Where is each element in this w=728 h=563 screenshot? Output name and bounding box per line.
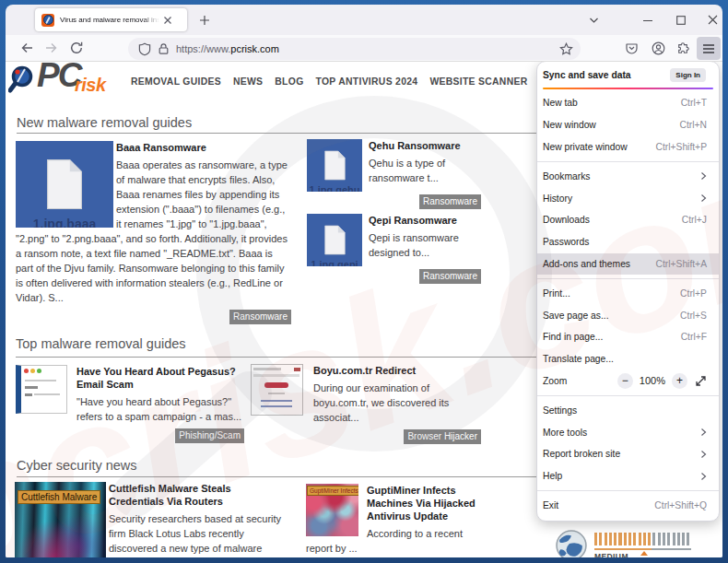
threat-level-label: MEDIUM <box>594 552 628 557</box>
article-pegasus: Have You Heard About Pegasus? Email Scam… <box>16 365 250 443</box>
menu-item-new-window[interactable]: New windowCtrl+N <box>537 114 719 136</box>
tracking-shield-icon[interactable] <box>138 42 151 56</box>
menu-separator <box>537 278 719 279</box>
menu-item-new-private-window[interactable]: New private windowCtrl+Shift+P <box>537 136 719 158</box>
back-button[interactable] <box>15 36 39 60</box>
logo-text-risk: risk <box>75 75 106 96</box>
nav-website-scanner[interactable]: WEBSITE SCANNER <box>429 76 527 87</box>
article-baaa-thumbnail[interactable]: 1.jpg.baaa <box>16 141 113 228</box>
page-content: PC risk REMOVAL GUIDES NEWS BLOG TOP ANT… <box>6 62 722 557</box>
pcrisk-favicon-icon <box>41 14 54 27</box>
article-qehu: 1.jpg.qehu Qehu Ransomware Qehu is a typ… <box>307 139 481 209</box>
article-boyu: Boyu.com.tr Redirect During our examinat… <box>251 364 481 444</box>
zoom-value[interactable]: 100% <box>640 375 665 386</box>
menu-item-bookmarks[interactable]: Bookmarks <box>537 165 719 187</box>
tab-bar: Virus and malware removal inst <box>6 5 722 35</box>
reload-button[interactable] <box>65 36 88 60</box>
submenu-chevron-icon <box>700 428 707 437</box>
article-qepi-thumbnail[interactable]: 1.jpg.qepi <box>307 214 362 266</box>
bookmark-star-icon[interactable] <box>559 42 573 56</box>
app-menu-button[interactable] <box>697 37 721 60</box>
article-baaa: 1.jpg.baaa Baaa Ransomware Baaa operates… <box>16 141 291 324</box>
menu-item-report-broken-site[interactable]: Report broken site <box>537 443 719 465</box>
thumb-caption: 1.jpg.qehu <box>307 184 362 192</box>
menu-sync-row[interactable]: Sync and save data Sign In <box>537 65 719 85</box>
article-cuttlefish-thumbnail[interactable]: Cuttlefish Malware <box>15 482 106 557</box>
extensions-puzzle-icon[interactable] <box>672 36 696 60</box>
new-tab-button[interactable] <box>194 12 216 29</box>
menu-item-translate-page[interactable]: Translate page... <box>537 348 719 370</box>
nav-removal-guides[interactable]: REMOVAL GUIDES <box>131 76 221 87</box>
account-icon[interactable] <box>646 36 670 60</box>
zoom-out-button[interactable]: − <box>617 373 633 389</box>
browser-tab[interactable]: Virus and malware removal inst <box>35 8 187 31</box>
browser-window: Virus and malware removal inst <box>6 5 722 557</box>
thumb-caption: 1.jpg.qepi <box>307 259 362 266</box>
section-news-title: Cyber security news <box>17 458 137 473</box>
close-button[interactable] <box>702 5 722 35</box>
article-qehu-thumbnail[interactable]: 1.jpg.qehu <box>307 139 362 192</box>
nav-top-antivirus[interactable]: TOP ANTIVIRUS 2024 <box>316 76 418 87</box>
tab-close-icon[interactable] <box>163 16 172 25</box>
sign-in-button[interactable]: Sign In <box>670 68 706 82</box>
article-pegasus-tag[interactable]: Phishing/Scam <box>175 428 244 443</box>
menu-item-addons-themes[interactable]: Add-ons and themesCtrl+Shift+A <box>537 253 719 276</box>
pocket-icon[interactable] <box>619 36 643 60</box>
menu-separator <box>537 161 719 162</box>
menu-item-settings[interactable]: Settings <box>537 399 719 421</box>
minimize-button[interactable] <box>638 5 658 35</box>
pcrisk-logo[interactable]: PC risk <box>8 65 128 96</box>
submenu-chevron-icon <box>700 472 707 481</box>
zoom-in-button[interactable]: + <box>672 373 687 389</box>
menu-item-save-page-as[interactable]: Save page as...Ctrl+S <box>537 304 719 326</box>
menu-item-downloads[interactable]: DownloadsCtrl+J <box>537 209 719 231</box>
maximize-button[interactable] <box>671 5 691 35</box>
menu-item-more-tools[interactable]: More tools <box>537 421 719 443</box>
thumb-label: Cuttlefish Malware <box>18 490 100 504</box>
article-pegasus-thumbnail[interactable] <box>16 365 67 414</box>
nav-news[interactable]: NEWS <box>233 76 263 87</box>
nav-toolbar: https://www.pcrisk.com <box>6 35 722 62</box>
menu-item-print[interactable]: Print...Ctrl+P <box>537 282 719 304</box>
menu-item-exit[interactable]: ExitCtrl+Shift+Q <box>537 495 719 517</box>
tab-title: Virus and malware removal inst <box>60 16 161 24</box>
menu-item-find-in-page[interactable]: Find in page...Ctrl+F <box>537 326 719 348</box>
site-nav: REMOVAL GUIDES NEWS BLOG TOP ANTIVIRUS 2… <box>131 76 528 87</box>
threat-meter-bars <box>594 533 689 545</box>
threat-meter-marker <box>640 551 648 556</box>
forward-button[interactable] <box>39 36 63 60</box>
desktop-frame: Virus and malware removal inst <box>0 0 728 563</box>
article-baaa-tag[interactable]: Ransomware <box>229 310 291 324</box>
url-text[interactable]: https://www.pcrisk.com <box>176 43 279 54</box>
menu-separator <box>537 395 719 396</box>
submenu-chevron-icon <box>700 450 707 459</box>
article-cuttlefish: Cuttlefish Malware Cuttlefish Malware St… <box>15 482 288 557</box>
app-menu-panel: Sync and save data Sign In New tabCtrl+T… <box>536 62 720 522</box>
fullscreen-icon[interactable] <box>695 375 707 387</box>
hamburger-icon <box>702 43 715 54</box>
article-qepi-tag[interactable]: Ransomware <box>419 269 481 284</box>
tab-list-chevron-icon[interactable] <box>583 5 604 35</box>
address-bar[interactable]: https://www.pcrisk.com <box>128 38 581 60</box>
section-top-guides-title: Top malware removal guides <box>16 336 186 351</box>
thumb-caption: 1.jpg.baaa <box>16 217 113 228</box>
nav-blog[interactable]: BLOG <box>275 76 303 87</box>
menu-item-passwords[interactable]: Passwords <box>537 231 719 253</box>
threat-level-widget: MEDIUM <box>556 530 703 557</box>
menu-item-history[interactable]: History <box>537 187 719 209</box>
lock-icon[interactable] <box>158 42 170 55</box>
article-guptiminer-thumbnail[interactable]: GuptiMiner Infects <box>306 484 358 536</box>
submenu-chevron-icon <box>700 194 707 203</box>
submenu-chevron-icon <box>700 171 707 181</box>
url-domain: pcrisk.com <box>230 43 279 54</box>
globe-icon <box>556 530 587 557</box>
menu-item-new-tab[interactable]: New tabCtrl+T <box>537 92 719 114</box>
article-qehu-tag[interactable]: Ransomware <box>419 194 481 209</box>
threat-meter-line <box>594 548 691 550</box>
menu-sync-label: Sync and save data <box>543 70 670 80</box>
thumb-label: GuptiMiner Infects <box>307 486 358 496</box>
pcrisk-logo-icon <box>8 65 34 94</box>
article-boyu-tag[interactable]: Browser Hijacker <box>404 429 481 444</box>
article-boyu-thumbnail[interactable] <box>251 364 303 416</box>
menu-item-help[interactable]: Help <box>537 465 719 487</box>
